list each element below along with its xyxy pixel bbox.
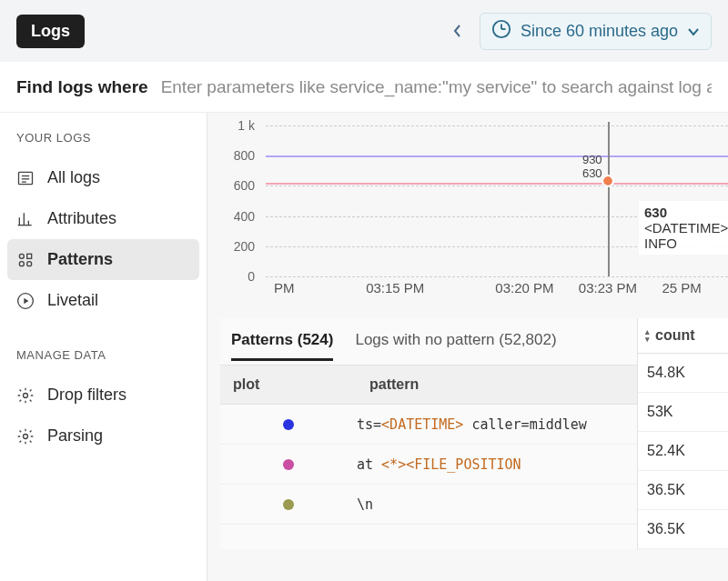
sidebar-section-title: MANAGE DATA	[0, 348, 207, 375]
shapes-icon	[16, 251, 35, 269]
svg-point-14	[27, 261, 32, 265]
time-range-picker: Since 60 minutes ago	[443, 13, 712, 50]
y-tick: 800	[234, 148, 255, 163]
app-header: Logs Since 60 minutes ago	[0, 0, 728, 62]
hover-label: 930	[582, 153, 602, 166]
series-dot-icon	[283, 419, 294, 430]
pattern-row[interactable]: \n	[220, 485, 637, 525]
svg-rect-12	[27, 254, 32, 258]
y-tick: 600	[234, 178, 255, 193]
sidebar-section-title: YOUR LOGS	[0, 131, 207, 157]
count-cell: 53K	[638, 393, 728, 432]
svg-point-13	[19, 261, 24, 265]
search-input[interactable]	[161, 77, 712, 97]
y-tick: 0	[248, 269, 255, 284]
col-header-count[interactable]: ▴▾ count	[638, 318, 728, 354]
hover-label: 630	[582, 166, 602, 180]
hover-line	[608, 122, 610, 276]
log-search-bar: Find logs where	[0, 62, 728, 113]
col-header-pattern[interactable]: pattern	[357, 366, 637, 404]
series-series-b	[266, 183, 728, 185]
gridline	[266, 276, 728, 277]
pattern-row[interactable]: ts=<DATETIME> caller=middlew	[220, 405, 637, 445]
time-range-dropdown[interactable]: Since 60 minutes ago	[480, 13, 712, 50]
svg-point-17	[24, 393, 28, 397]
sidebar-item-label: Attributes	[47, 209, 116, 228]
gridline	[266, 185, 728, 186]
sidebar-item-label: Patterns	[47, 250, 113, 269]
patterns-table: Patterns (524)Logs with no pattern (52,8…	[220, 318, 637, 549]
count-column: ▴▾ count 54.8K53K52.4K36.5K36.5K	[637, 318, 728, 549]
series-dot-icon	[283, 499, 294, 510]
pattern-text: \n	[357, 496, 637, 513]
chevron-down-icon	[687, 22, 700, 41]
search-label: Find logs where	[16, 77, 148, 97]
play-icon	[16, 292, 35, 310]
sort-arrows-icon: ▴▾	[645, 328, 650, 343]
log-timeline-chart[interactable]: 02004006008001 k 930630 PM03:15 PM03:20 …	[220, 125, 728, 307]
sidebar: YOUR LOGSAll logsAttributesPatternsLivet…	[0, 113, 207, 581]
series-dot-icon	[283, 459, 294, 470]
col-header-plot[interactable]: plot	[220, 366, 357, 404]
prev-time-button[interactable]	[443, 16, 472, 45]
sidebar-item-attributes[interactable]: Attributes	[0, 198, 207, 239]
x-tick: 25 PM	[662, 280, 702, 296]
patterns-section: Patterns (524)Logs with no pattern (52,8…	[220, 318, 728, 549]
svg-point-11	[19, 254, 24, 258]
y-tick: 1 k	[238, 118, 255, 133]
y-tick: 200	[234, 239, 255, 254]
x-tick: 03:20 PM	[495, 280, 553, 296]
clock-icon	[491, 19, 511, 44]
sidebar-item-parsing[interactable]: Parsing	[0, 416, 207, 456]
time-range-label: Since 60 minutes ago	[521, 22, 678, 41]
logs-badge: Logs	[16, 15, 85, 48]
gridline	[266, 125, 728, 126]
pattern-text: at <*><FILE_POSITION	[357, 456, 637, 473]
count-cell: 36.5K	[638, 471, 728, 510]
svg-point-18	[24, 434, 28, 438]
x-tick: 03:23 PM	[579, 280, 637, 296]
x-tick: PM	[274, 280, 295, 296]
sidebar-item-label: Livetail	[47, 291, 98, 310]
sidebar-item-drop-filters[interactable]: Drop filters	[0, 375, 207, 416]
chart-tooltip: 630 <DATETIME> INFO	[639, 201, 728, 255]
y-tick: 400	[234, 209, 255, 224]
sidebar-item-label: All logs	[47, 168, 100, 187]
sidebar-item-label: Parsing	[47, 426, 103, 446]
tab-no-pattern[interactable]: Logs with no pattern (52,802)	[355, 331, 556, 361]
content-body: YOUR LOGSAll logsAttributesPatternsLivet…	[0, 113, 728, 581]
pattern-row[interactable]: at <*><FILE_POSITION	[220, 445, 637, 485]
gear-icon	[16, 427, 35, 446]
list-icon	[16, 169, 35, 187]
sidebar-item-all-logs[interactable]: All logs	[0, 157, 207, 198]
x-tick: 03:15 PM	[366, 280, 424, 296]
sidebar-item-livetail[interactable]: Livetail	[0, 280, 207, 321]
sidebar-item-patterns[interactable]: Patterns	[7, 239, 199, 280]
count-cell: 36.5K	[638, 510, 728, 549]
count-cell: 54.8K	[638, 354, 728, 393]
series-series-a	[266, 155, 728, 157]
sidebar-item-label: Drop filters	[47, 386, 126, 405]
hover-dot	[603, 176, 612, 185]
barchart-icon	[16, 210, 35, 228]
pattern-text: ts=<DATETIME> caller=middlew	[357, 416, 637, 433]
svg-marker-16	[24, 297, 28, 304]
tab-patterns[interactable]: Patterns (524)	[231, 331, 333, 361]
main-panel: 02004006008001 k 930630 PM03:15 PM03:20 …	[207, 113, 728, 581]
count-cell: 52.4K	[638, 432, 728, 471]
gear-icon	[16, 386, 35, 405]
